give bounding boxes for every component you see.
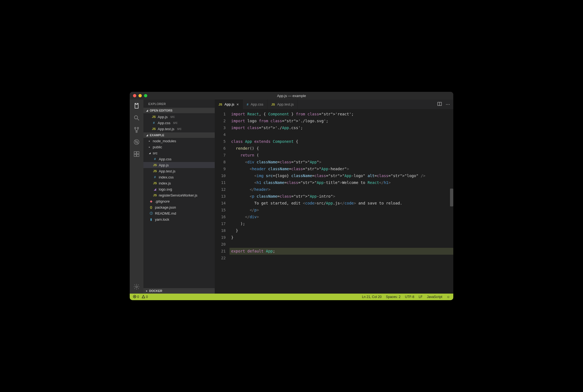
folder-node_modules[interactable]: ▸node_modules (143, 138, 215, 144)
split-editor-icon[interactable] (437, 102, 442, 107)
chevron-right-icon: ▸ (149, 140, 151, 142)
docker-header[interactable]: ▸ DOCKER (143, 288, 215, 294)
chevron-down-icon: ◢ (149, 152, 151, 154)
folder-label: node_modules (153, 139, 176, 143)
settings-gear-icon[interactable] (133, 283, 140, 290)
file-icon: JS (153, 194, 157, 197)
status-errors[interactable]: 0 (133, 295, 139, 299)
editor-tab[interactable]: JSApp.test.js (267, 100, 298, 109)
svg-point-2 (137, 127, 139, 129)
file-icon: # (153, 175, 157, 179)
file-name: package.json (155, 205, 176, 209)
explorer-sidebar: EXPLORER ◢ OPEN EDITORS JSApp.jssrc#App.… (143, 100, 215, 294)
sidebar-title: EXPLORER (143, 100, 215, 108)
file-icon: JS (271, 103, 275, 106)
file-name: README.md (155, 211, 176, 215)
source-control-icon[interactable] (133, 126, 140, 133)
status-encoding[interactable]: UTF-8 (405, 295, 414, 299)
file-path: src (173, 121, 177, 125)
file-item[interactable]: #index.css (143, 174, 215, 180)
file-item[interactable]: ◆.gitignore (143, 198, 215, 204)
activity-bar (130, 100, 143, 294)
file-name: yarn.lock (155, 217, 169, 221)
file-item[interactable]: {}package.json (143, 204, 215, 210)
editor-tab[interactable]: #App.css (243, 100, 267, 109)
file-item[interactable]: #App.css (143, 156, 215, 162)
minimize-window-button[interactable] (138, 94, 142, 97)
file-icon: JS (153, 181, 157, 185)
file-item[interactable]: JSindex.js (143, 180, 215, 186)
titlebar: App.js — example (130, 92, 453, 100)
chevron-right-icon: ▸ (146, 289, 148, 292)
file-name: logo.svg (159, 187, 172, 191)
folder-src[interactable]: ◢ src (143, 150, 215, 156)
file-path: src (170, 115, 175, 119)
svg-point-9 (136, 286, 137, 288)
file-name: App.test.js (158, 127, 174, 131)
file-item[interactable]: ⓘREADME.md (143, 210, 215, 216)
more-actions-icon[interactable]: ⋯ (446, 102, 450, 107)
app-body: EXPLORER ◢ OPEN EDITORS JSApp.jssrc#App.… (130, 100, 453, 294)
explorer-icon[interactable] (133, 102, 140, 109)
svg-rect-6 (134, 154, 136, 157)
file-name: App.js (159, 163, 169, 167)
file-item[interactable]: JSregisterServiceWorker.js (143, 192, 215, 198)
file-name: App.js (158, 115, 168, 119)
tab-actions: ⋯ (434, 100, 453, 109)
status-indentation[interactable]: Spaces: 2 (386, 295, 400, 299)
file-item[interactable]: ◢logo.svg (143, 186, 215, 192)
file-name: registerServiceWorker.js (159, 193, 197, 197)
folder-public[interactable]: ▸public (143, 144, 215, 150)
svg-point-1 (135, 127, 136, 129)
file-icon: JS (152, 115, 156, 118)
file-icon: ◆ (149, 200, 153, 203)
code-editor[interactable]: 12345678910111213141516171819202122 impo… (215, 109, 453, 294)
file-name: index.css (159, 175, 174, 179)
open-editors-header[interactable]: ◢ OPEN EDITORS (143, 108, 215, 113)
close-tab-icon[interactable]: × (237, 102, 239, 107)
chevron-down-icon: ◢ (146, 109, 148, 112)
file-name: App.css (158, 121, 170, 125)
maximize-window-button[interactable] (144, 94, 147, 97)
tab-label: App.test.js (277, 102, 294, 106)
open-editor-item[interactable]: JSApp.test.jssrc (143, 126, 215, 132)
status-language[interactable]: JavaScript (427, 295, 442, 299)
file-item[interactable]: JSApp.test.js (143, 168, 215, 174)
close-window-button[interactable] (133, 94, 136, 97)
debug-icon[interactable] (133, 138, 140, 146)
file-icon: # (152, 121, 156, 124)
file-icon: ◢ (153, 188, 157, 191)
chevron-down-icon: ◢ (146, 134, 148, 137)
file-icon: ▮ (149, 218, 153, 221)
open-editors-list: JSApp.jssrc#App.csssrcJSApp.test.jssrc (143, 113, 215, 132)
line-number-gutter: 12345678910111213141516171819202122 (215, 109, 230, 294)
status-bar: 0 0 Ln 21, Col 20 Spaces: 2 UTF-8 LF Jav… (130, 294, 453, 300)
open-editor-item[interactable]: #App.csssrc (143, 120, 215, 126)
status-cursor[interactable]: Ln 21, Col 20 (362, 295, 381, 299)
window-title: App.js — example (130, 94, 453, 98)
status-feedback-icon[interactable]: ☺ (447, 295, 450, 299)
file-icon: {} (149, 206, 153, 209)
editor-tab[interactable]: JSApp.js× (215, 100, 243, 109)
root-file-list: ◆.gitignore{}package.jsonⓘREADME.md▮yarn… (143, 198, 215, 222)
file-icon: JS (153, 169, 157, 173)
status-eol[interactable]: LF (419, 295, 423, 299)
svg-rect-8 (137, 152, 139, 154)
extensions-icon[interactable] (133, 150, 140, 158)
search-icon[interactable] (133, 114, 140, 121)
project-header[interactable]: ◢ EXAMPLE (143, 132, 215, 138)
open-editor-item[interactable]: JSApp.jssrc (143, 114, 215, 120)
tab-label: App.css (251, 102, 263, 106)
scrollbar-thumb[interactable] (450, 189, 453, 206)
status-warnings[interactable]: 0 (142, 295, 148, 299)
file-icon: ⓘ (149, 211, 153, 215)
code-content[interactable]: import React, { Component } from class="… (230, 109, 453, 294)
editor-tabs: JSApp.js×#App.cssJSApp.test.js ⋯ (215, 100, 453, 109)
file-path: src (177, 127, 182, 131)
vscode-window: App.js — example EXPLORER (130, 92, 453, 300)
file-item[interactable]: JSApp.js (143, 162, 215, 168)
window-controls (133, 94, 147, 97)
svg-rect-7 (137, 154, 139, 157)
file-item[interactable]: ▮yarn.lock (143, 216, 215, 222)
chevron-right-icon: ▸ (149, 146, 151, 148)
